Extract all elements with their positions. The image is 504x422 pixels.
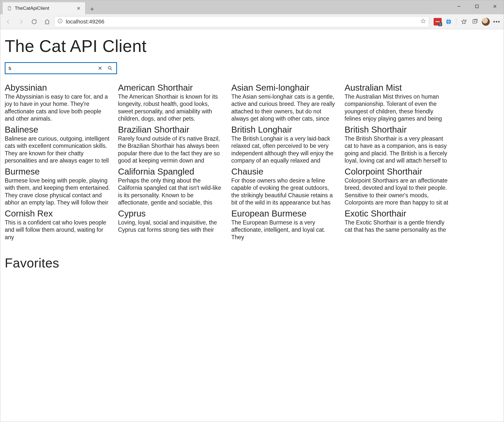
breed-description: The European Burmese is a very affection… (231, 219, 338, 241)
maximize-button[interactable] (468, 0, 486, 12)
breed-name: Australian Mist (345, 83, 451, 93)
breed-name: Cornish Rex (5, 209, 112, 218)
collections-button[interactable] (470, 17, 480, 27)
breed-name: Asian Semi-longhair (231, 83, 338, 93)
url-text: localhost:49266 (66, 18, 417, 25)
close-window-button[interactable] (486, 0, 504, 12)
svg-rect-1 (475, 5, 478, 8)
breed-name: California Spangled (118, 167, 225, 177)
breed-card[interactable]: Australian MistThe Australian Mist thriv… (345, 83, 451, 122)
new-tab-button[interactable]: ＋ (87, 3, 98, 14)
svg-line-16 (111, 69, 112, 70)
breed-description: The Australian Mist thrives on human com… (345, 93, 451, 122)
page-content[interactable]: The Cat API Client AbyssinianThe Abyssin… (0, 29, 504, 422)
breed-description: The Asian semi-longhair cats is a gentle… (231, 93, 338, 122)
breed-card[interactable]: Exotic ShorthairThe Exotic Shorthair is … (345, 209, 451, 248)
breed-name: Exotic Shorthair (345, 209, 451, 218)
breed-name: Brazilian Shorthair (118, 125, 225, 135)
breed-description: Balinese are curious, outgoing, intellig… (5, 135, 112, 164)
app-title: The Cat API Client (5, 36, 499, 56)
favorites-button[interactable] (459, 17, 469, 27)
breed-description: Loving, loyal, social and inquisitive, t… (118, 219, 225, 234)
breed-name: British Shorthair (345, 125, 451, 135)
forward-button[interactable] (15, 16, 27, 28)
refresh-button[interactable] (28, 16, 40, 28)
minimize-button[interactable] (450, 0, 468, 12)
search-box (5, 62, 117, 74)
page-viewport: The Cat API Client AbyssinianThe Abyssin… (0, 29, 504, 422)
breed-card[interactable]: ChausieFor those owners who desire a fel… (231, 167, 338, 206)
breed-card[interactable]: British LonghairThe British Longhair is … (231, 125, 338, 164)
browser-toolbar: localhost:49266 ••• 1 •• (0, 14, 504, 29)
breed-description: The British Shorthair is a very pleasant… (345, 135, 451, 164)
breed-card[interactable]: American ShorthairThe American Shorthair… (118, 83, 225, 122)
site-info-icon[interactable] (57, 18, 63, 25)
breed-name: Cyprus (118, 209, 225, 218)
extension-globe[interactable] (444, 17, 454, 27)
breed-card[interactable]: British ShorthairThe British Shorthair i… (345, 125, 451, 164)
favorites-heading: Favorites (5, 255, 499, 270)
home-button[interactable] (41, 16, 53, 28)
breed-description: The Exotic Shorthair is a gentle friendl… (345, 219, 451, 234)
back-button[interactable] (2, 16, 14, 28)
clear-search-button[interactable] (96, 64, 104, 72)
breed-description: For those owners who desire a feline cap… (231, 177, 338, 206)
search-input[interactable] (8, 64, 94, 72)
breed-name: Balinese (5, 125, 112, 135)
breed-card[interactable]: Colorpoint ShorthairColorpoint Shorthair… (345, 167, 451, 206)
breed-card[interactable]: BurmeseBurmese love being with people, p… (5, 167, 112, 206)
breed-name: Abyssinian (5, 83, 112, 93)
window-controls (450, 0, 504, 12)
profile-avatar[interactable] (481, 17, 491, 27)
browser-window: TheCatApiClient ✕ ＋ (0, 0, 504, 422)
breed-description: The Abyssinian is easy to care for, and … (5, 93, 112, 122)
breed-card[interactable]: European BurmeseThe European Burmese is … (231, 209, 338, 248)
breed-description: Rarely found outside of it's native Braz… (118, 135, 225, 164)
more-menu-button[interactable]: ••• (492, 17, 502, 27)
breed-description: The British Longhair is a very laid-back… (231, 135, 338, 164)
breed-card[interactable]: California SpangledPerhaps the only thin… (118, 167, 225, 206)
breed-card[interactable]: Cornish RexThis is a confident cat who l… (5, 209, 112, 248)
breed-name: Colorpoint Shorthair (345, 167, 451, 177)
breed-description: Colorpoint Shorthairs are an affectionat… (345, 177, 451, 206)
titlebar: TheCatApiClient ✕ ＋ (0, 0, 504, 14)
extension-badge: 1 (438, 22, 442, 26)
page-icon (6, 5, 12, 11)
breed-grid: AbyssinianThe Abyssinian is easy to care… (5, 83, 451, 248)
breed-description: This is a confident cat who loves people… (5, 219, 112, 241)
tab-strip: TheCatApiClient ✕ ＋ (0, 0, 98, 14)
close-tab-button[interactable]: ✕ (76, 5, 82, 11)
favorite-star-button[interactable] (420, 18, 426, 25)
breed-name: American Shorthair (118, 83, 225, 93)
breed-name: British Longhair (231, 125, 338, 135)
browser-tab[interactable]: TheCatApiClient ✕ (3, 2, 85, 14)
address-bar[interactable]: localhost:49266 (54, 16, 429, 27)
breed-card[interactable]: AbyssinianThe Abyssinian is easy to care… (5, 83, 112, 122)
breed-description: Burmese love being with people, playing … (5, 177, 112, 206)
breed-card[interactable]: CyprusLoving, loyal, social and inquisit… (118, 209, 225, 248)
breed-description: The American Shorthair is known for its … (118, 93, 225, 122)
breed-name: European Burmese (231, 209, 338, 218)
tab-title: TheCatApiClient (15, 5, 73, 11)
toolbar-separator (456, 18, 456, 25)
breed-description: Perhaps the only thing about the Califor… (118, 177, 225, 206)
breed-name: Burmese (5, 167, 112, 177)
breed-card[interactable]: BalineseBalinese are curious, outgoing, … (5, 125, 112, 164)
extensions-area: ••• 1 ••• (433, 17, 502, 27)
breed-name: Chausie (231, 167, 338, 177)
svg-point-15 (108, 66, 111, 69)
extension-lastpass[interactable]: ••• 1 (433, 17, 443, 27)
breed-card[interactable]: Brazilian ShorthairRarely found outside … (118, 125, 225, 164)
svg-point-6 (60, 19, 60, 20)
breed-card[interactable]: Asian Semi-longhairThe Asian semi-longha… (231, 83, 338, 122)
search-button[interactable] (106, 64, 114, 72)
